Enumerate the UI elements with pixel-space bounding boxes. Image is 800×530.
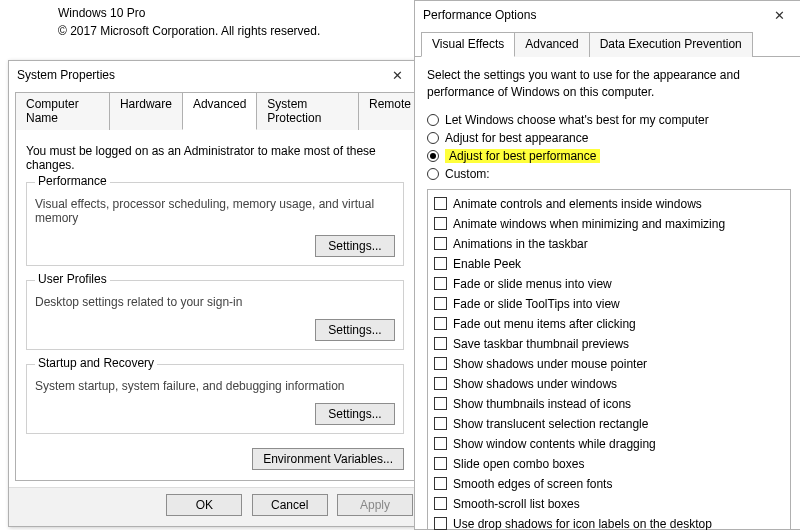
- checkbox-label: Smooth-scroll list boxes: [453, 495, 580, 513]
- checkbox-icon[interactable]: [434, 357, 447, 370]
- performance-settings-button[interactable]: Settings...: [315, 235, 395, 257]
- performance-group: Performance Visual effects, processor sc…: [26, 182, 404, 266]
- list-item[interactable]: Enable Peek: [434, 254, 784, 274]
- checkbox-icon[interactable]: [434, 437, 447, 450]
- list-item[interactable]: Show window contents while dragging: [434, 434, 784, 454]
- checkbox-icon[interactable]: [434, 217, 447, 230]
- checkbox-icon[interactable]: [434, 257, 447, 270]
- list-item[interactable]: Fade out menu items after clicking: [434, 314, 784, 334]
- checkbox-icon[interactable]: [434, 297, 447, 310]
- radio-label: Custom:: [445, 167, 490, 181]
- group-desc: Desktop settings related to your sign-in: [35, 295, 395, 309]
- list-item[interactable]: Show shadows under mouse pointer: [434, 354, 784, 374]
- list-item[interactable]: Save taskbar thumbnail previews: [434, 334, 784, 354]
- group-title: Performance: [35, 174, 110, 188]
- checkbox-label: Animate controls and elements inside win…: [453, 195, 702, 213]
- startup-settings-button[interactable]: Settings...: [315, 403, 395, 425]
- group-title: Startup and Recovery: [35, 356, 157, 370]
- checkbox-label: Show thumbnails instead of icons: [453, 395, 631, 413]
- group-desc: System startup, system failure, and debu…: [35, 379, 395, 393]
- environment-variables-button[interactable]: Environment Variables...: [252, 448, 404, 470]
- list-item[interactable]: Fade or slide menus into view: [434, 274, 784, 294]
- dialog-button-row: OK Cancel Apply: [9, 487, 421, 526]
- close-icon[interactable]: ✕: [381, 68, 413, 83]
- system-properties-dialog: System Properties ✕ Computer Name Hardwa…: [8, 60, 422, 527]
- radio-auto[interactable]: Let Windows choose what's best for my co…: [427, 111, 791, 129]
- startup-recovery-group: Startup and Recovery System startup, sys…: [26, 364, 404, 434]
- tab-visual-effects[interactable]: Visual Effects: [421, 32, 515, 57]
- list-item[interactable]: Animate controls and elements inside win…: [434, 194, 784, 214]
- visual-effects-panel: Select the settings you want to use for …: [415, 56, 800, 530]
- checkbox-icon[interactable]: [434, 377, 447, 390]
- user-profiles-settings-button[interactable]: Settings...: [315, 319, 395, 341]
- radio-best-performance[interactable]: Adjust for best performance: [427, 147, 791, 165]
- checkbox-label: Fade or slide ToolTips into view: [453, 295, 620, 313]
- tab-hardware[interactable]: Hardware: [109, 92, 183, 130]
- group-desc: Visual effects, processor scheduling, me…: [35, 197, 395, 225]
- list-item[interactable]: Show shadows under windows: [434, 374, 784, 394]
- tab-remote[interactable]: Remote: [358, 92, 422, 130]
- list-item[interactable]: Smooth-scroll list boxes: [434, 494, 784, 514]
- tab-computer-name[interactable]: Computer Name: [15, 92, 110, 130]
- tab-system-protection[interactable]: System Protection: [256, 92, 359, 130]
- list-item[interactable]: Slide open combo boxes: [434, 454, 784, 474]
- checkbox-icon[interactable]: [434, 237, 447, 250]
- radio-best-appearance[interactable]: Adjust for best appearance: [427, 129, 791, 147]
- checkbox-icon[interactable]: [434, 397, 447, 410]
- radio-icon: [427, 150, 439, 162]
- visual-effects-checklist[interactable]: Animate controls and elements inside win…: [427, 189, 791, 530]
- group-title: User Profiles: [35, 272, 110, 286]
- radio-group: Let Windows choose what's best for my co…: [427, 111, 791, 183]
- dialog-title: Performance Options: [423, 8, 536, 22]
- list-item[interactable]: Animations in the taskbar: [434, 234, 784, 254]
- radio-label: Adjust for best performance: [445, 149, 600, 163]
- list-item[interactable]: Animate windows when minimizing and maxi…: [434, 214, 784, 234]
- radio-label: Let Windows choose what's best for my co…: [445, 113, 709, 127]
- titlebar[interactable]: Performance Options ✕: [415, 1, 800, 29]
- tab-advanced[interactable]: Advanced: [514, 32, 589, 57]
- performance-options-dialog: Performance Options ✕ Visual Effects Adv…: [414, 0, 800, 530]
- checkbox-label: Show shadows under mouse pointer: [453, 355, 647, 373]
- close-icon[interactable]: ✕: [763, 8, 795, 23]
- radio-icon: [427, 132, 439, 144]
- list-item[interactable]: Show thumbnails instead of icons: [434, 394, 784, 414]
- cancel-button[interactable]: Cancel: [252, 494, 328, 516]
- checkbox-icon[interactable]: [434, 317, 447, 330]
- user-profiles-group: User Profiles Desktop settings related t…: [26, 280, 404, 350]
- panel-intro: Select the settings you want to use for …: [427, 67, 791, 101]
- checkbox-label: Slide open combo boxes: [453, 455, 584, 473]
- checkbox-icon[interactable]: [434, 497, 447, 510]
- checkbox-label: Fade out menu items after clicking: [453, 315, 636, 333]
- checkbox-icon[interactable]: [434, 417, 447, 430]
- checkbox-icon[interactable]: [434, 277, 447, 290]
- checkbox-label: Save taskbar thumbnail previews: [453, 335, 629, 353]
- tab-advanced[interactable]: Advanced: [182, 92, 257, 130]
- winver-info: Windows 10 Pro © 2017 Microsoft Corporat…: [58, 4, 320, 40]
- radio-icon: [427, 114, 439, 126]
- checkbox-label: Use drop shadows for icon labels on the …: [453, 515, 712, 530]
- checkbox-icon[interactable]: [434, 477, 447, 490]
- checkbox-icon[interactable]: [434, 517, 447, 530]
- list-item[interactable]: Fade or slide ToolTips into view: [434, 294, 784, 314]
- tab-dep[interactable]: Data Execution Prevention: [589, 32, 753, 57]
- list-item[interactable]: Smooth edges of screen fonts: [434, 474, 784, 494]
- apply-button[interactable]: Apply: [337, 494, 413, 516]
- checkbox-label: Enable Peek: [453, 255, 521, 273]
- list-item[interactable]: Show translucent selection rectangle: [434, 414, 784, 434]
- checkbox-icon[interactable]: [434, 457, 447, 470]
- list-item[interactable]: Use drop shadows for icon labels on the …: [434, 514, 784, 530]
- advanced-tab-panel: You must be logged on as an Administrato…: [15, 129, 415, 481]
- checkbox-icon[interactable]: [434, 337, 447, 350]
- dialog-title: System Properties: [17, 68, 115, 82]
- titlebar[interactable]: System Properties ✕: [9, 61, 421, 89]
- tabstrip: Visual Effects Advanced Data Execution P…: [415, 31, 800, 56]
- ok-button[interactable]: OK: [166, 494, 242, 516]
- radio-icon: [427, 168, 439, 180]
- radio-custom[interactable]: Custom:: [427, 165, 791, 183]
- checkbox-label: Show translucent selection rectangle: [453, 415, 648, 433]
- checkbox-label: Smooth edges of screen fonts: [453, 475, 612, 493]
- edition-label: Windows 10 Pro: [58, 4, 320, 22]
- checkbox-label: Animations in the taskbar: [453, 235, 588, 253]
- checkbox-icon[interactable]: [434, 197, 447, 210]
- checkbox-label: Animate windows when minimizing and maxi…: [453, 215, 725, 233]
